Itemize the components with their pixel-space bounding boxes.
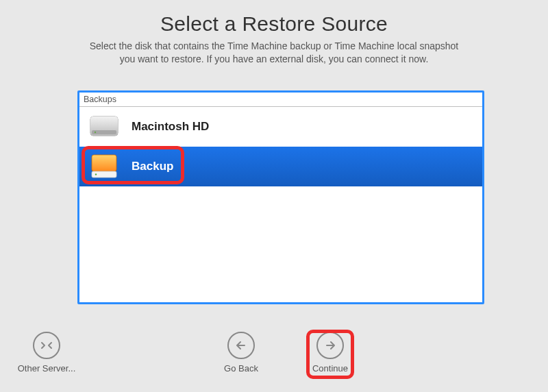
button-label: Other Server... [14, 363, 79, 373]
list-item-macintosh-hd[interactable]: Macintosh HD [79, 107, 482, 147]
arrow-right-icon [316, 332, 344, 359]
backups-list: Macintosh HD Backup [79, 107, 482, 186]
footer: Other Server... Go Back Continue [0, 332, 548, 387]
other-server-button[interactable]: Other Server... [14, 332, 79, 373]
panel-section-label: Backups [79, 93, 482, 107]
button-label: Go Back [221, 363, 262, 373]
svg-point-3 [95, 132, 96, 133]
list-item-label: Macintosh HD [132, 120, 209, 134]
subtitle-line-2: you want to restore. If you have an exte… [120, 53, 429, 64]
go-back-button[interactable]: Go Back [221, 332, 262, 373]
list-item-label: Backup [132, 160, 173, 173]
header: Select a Restore Source Select the disk … [0, 0, 548, 66]
continue-button[interactable]: Continue [310, 332, 351, 373]
list-item-backup[interactable]: Backup [79, 147, 482, 186]
network-icon [33, 332, 60, 359]
backups-panel: Backups Macintosh HD [77, 90, 484, 304]
svg-point-6 [95, 173, 97, 175]
external-disk-icon [89, 154, 119, 180]
arrow-left-icon [227, 332, 255, 359]
button-label: Continue [310, 363, 351, 373]
page-title: Select a Restore Source [0, 12, 548, 36]
subtitle-line-1: Select the disk that contains the Time M… [90, 40, 459, 51]
page-subtitle: Select the disk that contains the Time M… [0, 40, 548, 66]
internal-disk-icon [89, 114, 119, 140]
svg-rect-4 [92, 155, 116, 171]
